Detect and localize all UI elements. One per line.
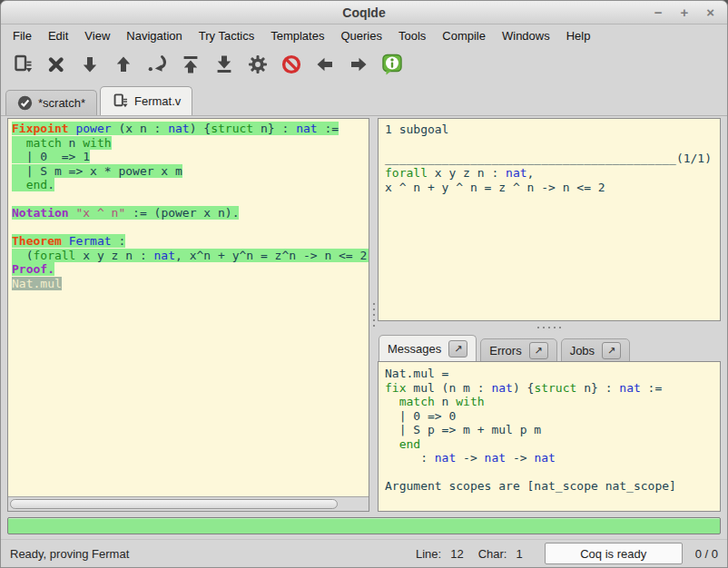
code-line: Argument scopes are [nat_scope nat_scope…	[385, 479, 713, 494]
code-line: forall x y z n : nat,	[385, 166, 713, 181]
interrupt-button[interactable]	[279, 52, 304, 77]
code-line: Nat.mul	[12, 277, 369, 291]
right-column: 1 subgoal ______________________________…	[378, 118, 721, 512]
tab-label: *scratch*	[38, 96, 85, 110]
code-line	[385, 137, 713, 152]
tab-messages[interactable]: Messages ↗	[379, 335, 477, 362]
code-line	[385, 465, 713, 480]
main-area: Fixpoint power (x n : nat) {struct n} : …	[1, 116, 727, 515]
line-label: Line:	[416, 547, 441, 561]
next-button[interactable]	[346, 52, 371, 77]
arrow-down-to-bar-icon	[213, 54, 235, 75]
line-value: 12	[450, 547, 463, 561]
editor-pane: Fixpoint power (x n : nat) {struct n} : …	[7, 118, 369, 512]
code-line: | S p => m + mul p m	[385, 423, 713, 437]
tab-label: Errors	[489, 344, 521, 357]
previous-button[interactable]	[312, 52, 338, 77]
messages-notebook: Messages ↗ Errors ↗ Jobs ↗ Nat.mul =fix …	[378, 334, 721, 512]
detach-jobs-button[interactable]: ↗	[602, 342, 621, 359]
goal-pane: 1 subgoal ______________________________…	[378, 118, 721, 321]
check-circle-icon	[17, 95, 33, 111]
toolbar	[1, 46, 727, 83]
detach-messages-button[interactable]: ↗	[448, 340, 467, 357]
code-line: Proof.	[12, 262, 369, 277]
menu-item-navigation[interactable]: Navigation	[118, 26, 190, 45]
menu-item-compile[interactable]: Compile	[434, 26, 494, 45]
code-line: Theorem Fermat :	[12, 234, 369, 249]
menu-item-windows[interactable]: Windows	[494, 26, 558, 45]
go-to-end-button[interactable]	[212, 52, 237, 77]
step-forward-button[interactable]	[77, 52, 103, 77]
progress-bar	[7, 517, 721, 534]
arrow-up-to-bar-icon	[180, 54, 202, 75]
code-line: fix mul (n m : nat) {struct n} : nat :=	[385, 381, 713, 396]
code-line: x ^ n + y ^ n = z ^ n -> n <= 2	[385, 181, 713, 195]
code-line	[12, 192, 369, 207]
arrow-up-right-icon: ↗	[454, 343, 462, 355]
statusbar: Ready, proving Fermat Line: 12 Char: 1 C…	[1, 539, 727, 567]
goto-cursor-icon	[146, 54, 168, 75]
code-line: : nat -> nat -> nat	[385, 451, 713, 465]
save-page-icon	[12, 54, 34, 75]
tab-scratch[interactable]: *scratch*	[5, 90, 97, 115]
vertical-splitter[interactable]	[369, 118, 378, 512]
menu-item-file[interactable]: File	[5, 26, 40, 45]
code-line: Nat.mul =	[385, 367, 713, 381]
info-bubble-icon	[380, 53, 404, 76]
arrow-up-icon	[113, 54, 134, 75]
fully-check-button[interactable]	[245, 52, 271, 77]
hscrollbar-thumb[interactable]	[10, 499, 338, 509]
progress-area	[1, 515, 727, 539]
close-button[interactable]: ×	[706, 2, 714, 24]
gear-icon	[247, 54, 269, 75]
no-entry-icon	[280, 54, 302, 75]
code-line: Fixpoint power (x n : nat) {struct n} : …	[12, 122, 369, 136]
code-line: | 0 => 1	[12, 150, 369, 164]
maximize-button[interactable]: +	[680, 2, 688, 24]
step-backward-button[interactable]	[111, 52, 136, 77]
close-buffer-button[interactable]	[44, 52, 69, 77]
menu-item-queries[interactable]: Queries	[332, 26, 390, 45]
restart-button[interactable]	[178, 52, 203, 77]
code-line: Notation "x ^ n" := (power x n).	[12, 206, 369, 220]
arrow-left-icon	[314, 54, 336, 75]
minimize-button[interactable]: −	[654, 2, 663, 24]
titlebar[interactable]: CoqIde − + ×	[1, 1, 727, 24]
menu-item-templates[interactable]: Templates	[262, 26, 332, 45]
menu-item-help[interactable]: Help	[558, 26, 599, 45]
horizontal-splitter[interactable]	[378, 321, 721, 334]
code-line: | S m => x * power x m	[12, 164, 369, 179]
close-x-icon	[45, 54, 67, 75]
save-button[interactable]	[10, 52, 35, 77]
editor-code[interactable]: Fixpoint power (x n : nat) {struct n} : …	[8, 119, 369, 496]
tab-label: Jobs	[570, 344, 595, 357]
messages-code: Nat.mul =fix mul (n m : nat) {struct n} …	[385, 367, 713, 494]
menu-item-tools[interactable]: Tools	[390, 26, 434, 45]
char-label: Char:	[478, 547, 507, 561]
code-line: match n with	[12, 136, 369, 151]
editor-hscrollbar[interactable]	[8, 496, 369, 511]
detach-errors-button[interactable]: ↗	[529, 342, 548, 359]
code-line: 1 subgoal	[385, 122, 713, 137]
messages-pane: Nat.mul =fix mul (n m : nat) {struct n} …	[378, 361, 721, 512]
menu-item-view[interactable]: View	[76, 26, 118, 45]
code-line	[12, 220, 369, 235]
tab-fermat[interactable]: Fermat.v	[100, 86, 192, 115]
go-to-cursor-button[interactable]	[144, 52, 170, 77]
about-button[interactable]	[379, 52, 405, 77]
sentence-counter: 0 / 0	[695, 547, 718, 561]
arrow-right-icon	[348, 54, 369, 75]
arrow-down-icon	[79, 54, 101, 75]
arrow-up-right-icon: ↗	[535, 345, 543, 357]
window-title: CoqIde	[1, 5, 727, 20]
menu-item-edit[interactable]: Edit	[40, 26, 76, 45]
messages-tabbar: Messages ↗ Errors ↗ Jobs ↗	[378, 334, 721, 362]
tab-label: Fermat.v	[134, 94, 181, 108]
tab-errors[interactable]: Errors ↗	[480, 338, 556, 362]
menu-item-try-tactics[interactable]: Try Tactics	[191, 26, 262, 45]
tab-jobs[interactable]: Jobs ↗	[561, 338, 630, 362]
arrow-up-right-icon: ↗	[607, 345, 615, 357]
status-message: Ready, proving Fermat	[10, 547, 410, 561]
code-line: end.	[12, 178, 369, 192]
coqide-window: CoqIde − + × File Edit View Navigation T…	[0, 0, 728, 568]
